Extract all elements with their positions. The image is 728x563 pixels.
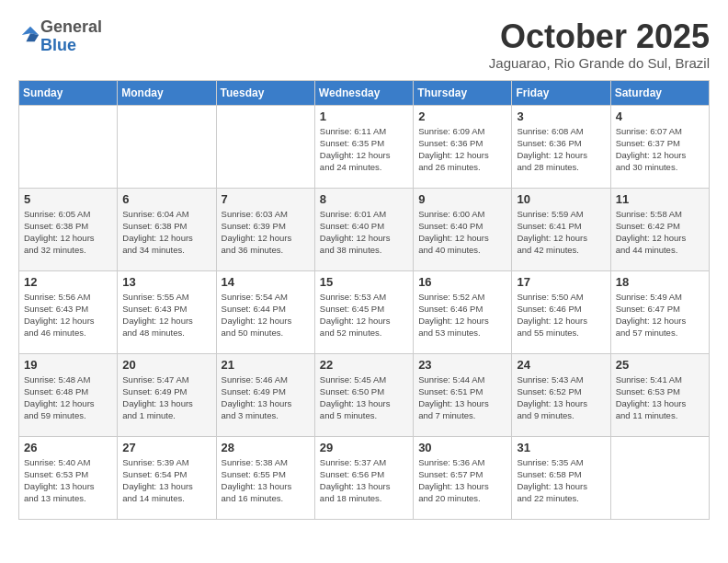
calendar-cell: 14Sunrise: 5:54 AMSunset: 6:44 PMDayligh…: [216, 270, 314, 353]
calendar-cell: 6Sunrise: 6:04 AMSunset: 6:38 PMDaylight…: [118, 188, 216, 270]
day-info: Sunrise: 5:52 AMSunset: 6:46 PMDaylight:…: [418, 291, 506, 339]
day-number: 1: [320, 109, 408, 123]
calendar-cell: 18Sunrise: 5:49 AMSunset: 6:47 PMDayligh…: [610, 270, 709, 353]
calendar-cell: 3Sunrise: 6:08 AMSunset: 6:36 PMDaylight…: [512, 105, 610, 188]
day-info: Sunrise: 5:54 AMSunset: 6:44 PMDaylight:…: [222, 291, 310, 339]
calendar-cell: 28Sunrise: 5:38 AMSunset: 6:55 PMDayligh…: [216, 436, 314, 519]
day-info: Sunrise: 5:47 AMSunset: 6:49 PMDaylight:…: [122, 373, 210, 422]
day-info: Sunrise: 5:39 AMSunset: 6:54 PMDaylight:…: [122, 456, 210, 505]
day-number: 20: [122, 358, 210, 372]
calendar-cell: 26Sunrise: 5:40 AMSunset: 6:53 PMDayligh…: [19, 436, 118, 519]
day-info: Sunrise: 5:37 AMSunset: 6:56 PMDaylight:…: [320, 456, 408, 505]
day-number: 17: [517, 275, 605, 289]
weekday-header-tuesday: Tuesday: [216, 80, 314, 105]
day-info: Sunrise: 5:41 AMSunset: 6:53 PMDaylight:…: [616, 373, 704, 422]
day-number: 14: [222, 275, 310, 289]
title-area: October 2025 Jaguarao, Rio Grande do Sul…: [489, 18, 710, 71]
logo-blue: Blue: [40, 36, 76, 54]
day-number: 2: [418, 109, 506, 123]
day-info: Sunrise: 5:35 AMSunset: 6:58 PMDaylight:…: [517, 456, 605, 505]
calendar-cell: 1Sunrise: 6:11 AMSunset: 6:35 PMDaylight…: [314, 105, 413, 188]
calendar-cell: 5Sunrise: 6:05 AMSunset: 6:38 PMDaylight…: [19, 188, 118, 270]
day-info: Sunrise: 5:38 AMSunset: 6:55 PMDaylight:…: [222, 456, 310, 505]
day-number: 23: [418, 358, 506, 372]
day-info: Sunrise: 5:40 AMSunset: 6:53 PMDaylight:…: [24, 456, 112, 505]
calendar-cell: 12Sunrise: 5:56 AMSunset: 6:43 PMDayligh…: [19, 270, 118, 353]
calendar-cell: 29Sunrise: 5:37 AMSunset: 6:56 PMDayligh…: [314, 436, 413, 519]
calendar-cell: 22Sunrise: 5:45 AMSunset: 6:50 PMDayligh…: [314, 353, 413, 436]
calendar-cell: 10Sunrise: 5:59 AMSunset: 6:41 PMDayligh…: [512, 188, 610, 270]
day-info: Sunrise: 5:53 AMSunset: 6:45 PMDaylight:…: [320, 291, 408, 339]
day-info: Sunrise: 5:59 AMSunset: 6:41 PMDaylight:…: [517, 208, 605, 257]
day-info: Sunrise: 6:08 AMSunset: 6:36 PMDaylight:…: [517, 125, 605, 174]
day-number: 11: [616, 192, 704, 206]
day-number: 7: [222, 192, 310, 206]
calendar-cell: 16Sunrise: 5:52 AMSunset: 6:46 PMDayligh…: [414, 270, 512, 353]
calendar-cell: [610, 436, 709, 519]
calendar-cell: 17Sunrise: 5:50 AMSunset: 6:46 PMDayligh…: [512, 270, 610, 353]
day-number: 4: [616, 109, 704, 123]
day-info: Sunrise: 5:46 AMSunset: 6:49 PMDaylight:…: [222, 373, 310, 422]
day-number: 31: [517, 441, 605, 454]
calendar-cell: 25Sunrise: 5:41 AMSunset: 6:53 PMDayligh…: [610, 353, 709, 436]
calendar-cell: 8Sunrise: 6:01 AMSunset: 6:40 PMDaylight…: [314, 188, 413, 270]
calendar-cell: 7Sunrise: 6:03 AMSunset: 6:39 PMDaylight…: [216, 188, 314, 270]
day-number: 16: [418, 275, 506, 289]
day-number: 24: [517, 358, 605, 372]
day-number: 26: [24, 441, 112, 454]
day-number: 28: [222, 441, 310, 454]
month-title: October 2025: [489, 18, 710, 55]
calendar-cell: 31Sunrise: 5:35 AMSunset: 6:58 PMDayligh…: [512, 436, 610, 519]
day-info: Sunrise: 5:45 AMSunset: 6:50 PMDaylight:…: [320, 373, 408, 422]
day-number: 12: [24, 275, 112, 289]
header: General Blue October 2025 Jaguarao, Rio …: [18, 18, 710, 71]
calendar-table: SundayMondayTuesdayWednesdayThursdayFrid…: [18, 80, 710, 520]
calendar-cell: 9Sunrise: 6:00 AMSunset: 6:40 PMDaylight…: [414, 188, 512, 270]
weekday-header-thursday: Thursday: [414, 80, 512, 105]
day-number: 18: [616, 275, 704, 289]
logo-general: General: [40, 17, 102, 36]
day-info: Sunrise: 6:09 AMSunset: 6:36 PMDaylight:…: [418, 125, 506, 174]
calendar-cell: [118, 105, 216, 188]
day-info: Sunrise: 6:00 AMSunset: 6:40 PMDaylight:…: [418, 208, 506, 257]
calendar-cell: [216, 105, 314, 188]
day-info: Sunrise: 5:48 AMSunset: 6:48 PMDaylight:…: [24, 373, 112, 422]
day-number: 3: [517, 109, 605, 123]
calendar-cell: 30Sunrise: 5:36 AMSunset: 6:57 PMDayligh…: [414, 436, 512, 519]
day-number: 19: [24, 358, 112, 372]
weekday-header-saturday: Saturday: [610, 80, 709, 105]
day-info: Sunrise: 6:05 AMSunset: 6:38 PMDaylight:…: [24, 208, 112, 257]
calendar-cell: 21Sunrise: 5:46 AMSunset: 6:49 PMDayligh…: [216, 353, 314, 436]
day-info: Sunrise: 5:36 AMSunset: 6:57 PMDaylight:…: [418, 456, 506, 505]
day-number: 5: [24, 192, 112, 206]
calendar-cell: [19, 105, 118, 188]
day-number: 21: [222, 358, 310, 372]
day-info: Sunrise: 6:01 AMSunset: 6:40 PMDaylight:…: [320, 208, 408, 257]
logo-icon: [20, 25, 40, 45]
day-number: 27: [122, 441, 210, 454]
calendar-cell: 2Sunrise: 6:09 AMSunset: 6:36 PMDaylight…: [414, 105, 512, 188]
day-number: 8: [320, 192, 408, 206]
day-info: Sunrise: 5:43 AMSunset: 6:52 PMDaylight:…: [517, 373, 605, 422]
day-number: 15: [320, 275, 408, 289]
day-number: 22: [320, 358, 408, 372]
day-number: 29: [320, 441, 408, 454]
calendar-cell: 24Sunrise: 5:43 AMSunset: 6:52 PMDayligh…: [512, 353, 610, 436]
day-number: 9: [418, 192, 506, 206]
logo: General Blue: [18, 18, 102, 55]
calendar-cell: 11Sunrise: 5:58 AMSunset: 6:42 PMDayligh…: [610, 188, 709, 270]
day-info: Sunrise: 5:55 AMSunset: 6:43 PMDaylight:…: [122, 291, 210, 339]
day-number: 30: [418, 441, 506, 454]
logo-text: General Blue: [40, 18, 102, 55]
calendar-cell: 15Sunrise: 5:53 AMSunset: 6:45 PMDayligh…: [314, 270, 413, 353]
day-info: Sunrise: 5:44 AMSunset: 6:51 PMDaylight:…: [418, 373, 506, 422]
day-info: Sunrise: 6:07 AMSunset: 6:37 PMDaylight:…: [616, 125, 704, 174]
weekday-header-wednesday: Wednesday: [314, 80, 413, 105]
calendar-cell: 20Sunrise: 5:47 AMSunset: 6:49 PMDayligh…: [118, 353, 216, 436]
day-info: Sunrise: 5:49 AMSunset: 6:47 PMDaylight:…: [616, 291, 704, 339]
calendar-cell: 23Sunrise: 5:44 AMSunset: 6:51 PMDayligh…: [414, 353, 512, 436]
calendar-cell: 27Sunrise: 5:39 AMSunset: 6:54 PMDayligh…: [118, 436, 216, 519]
day-info: Sunrise: 5:50 AMSunset: 6:46 PMDaylight:…: [517, 291, 605, 339]
weekday-header-friday: Friday: [512, 80, 610, 105]
day-number: 10: [517, 192, 605, 206]
